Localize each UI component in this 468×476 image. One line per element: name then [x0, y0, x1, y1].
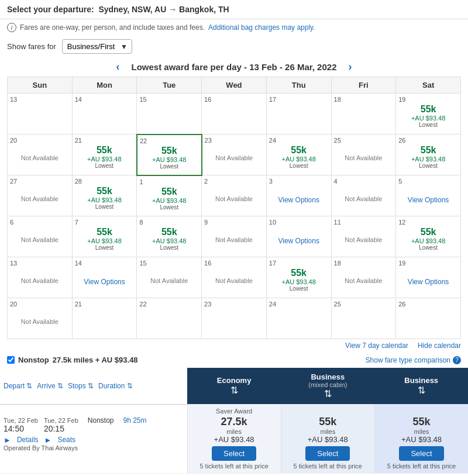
calendar-cell[interactable]: 20Not Available [8, 298, 73, 339]
details-link[interactable]: Details [17, 436, 39, 444]
calendar-cell[interactable]: 12 55k +AU $93.48 Lowest [396, 216, 461, 257]
cell-date-number: 17 [269, 260, 329, 267]
fare-comparison-link[interactable]: Show fare type comparison ? [366, 356, 461, 364]
sort-duration[interactable]: Duration ⇅ [98, 382, 133, 390]
cell-date-number: 26 [398, 301, 458, 308]
calendar-cell[interactable]: 4Not Available [331, 175, 396, 216]
view-options-link[interactable]: View Options [84, 278, 125, 286]
cell-date-number: 3 [269, 178, 329, 185]
business-mixed-select-button[interactable]: Select [305, 446, 350, 461]
cell-not-available: Not Available [10, 318, 70, 325]
cell-date-number: 17 [269, 96, 329, 103]
calendar-cell[interactable]: 22 55k +AU $93.48 Lowest [137, 134, 202, 175]
calendar-cell[interactable]: 15Not Available [137, 257, 202, 298]
sort-stops[interactable]: Stops ⇅ [68, 382, 94, 390]
business-miles-unit: miles [378, 428, 464, 435]
cell-lowest-label: Lowest [398, 163, 458, 169]
calendar-cell[interactable]: 10View Options [266, 216, 331, 257]
calendar-cell[interactable]: 14View Options [72, 257, 137, 298]
cell-miles: 55k [75, 186, 135, 196]
calendar-cell[interactable]: 6Not Available [8, 216, 73, 257]
cell-date-number: 19 [398, 260, 458, 267]
view-options-link[interactable]: View Options [408, 196, 449, 204]
cell-tax: +AU $93.48 [75, 237, 135, 244]
view-options-link[interactable]: View Options [408, 278, 449, 286]
sort-arrive[interactable]: Arrive ⇅ [37, 382, 63, 390]
nonstop-miles: 27.5k miles + AU $93.48 [53, 356, 138, 364]
cell-lowest-label: Lowest [139, 204, 199, 211]
calendar-cell[interactable]: 17 55k +AU $93.48 Lowest [266, 257, 331, 298]
calendar-cell[interactable]: 23Not Available [202, 134, 267, 175]
business-mixed-tickets-left: 5 tickets left at this price [285, 463, 371, 470]
cell-view-options[interactable]: View Options [75, 277, 135, 286]
calendar-cell: 24 [266, 298, 331, 339]
calendar-cell[interactable]: 9Not Available [202, 216, 267, 257]
business-select-button[interactable]: Select [399, 446, 443, 461]
cell-lowest-label: Lowest [75, 203, 135, 210]
cell-date-number: 16 [204, 96, 264, 103]
seats-link[interactable]: Seats [57, 436, 75, 444]
cell-tax: +AU $93.48 [269, 278, 329, 285]
cell-price-block: 55k +AU $93.48 Lowest [139, 187, 199, 211]
cell-date-number: 28 [75, 178, 135, 185]
view-options-link[interactable]: View Options [278, 237, 319, 245]
calendar-cell[interactable]: 24 55k +AU $93.48 Lowest [266, 134, 331, 175]
cell-date-number: 25 [334, 137, 394, 144]
calendar-cell[interactable]: 19 55k +AU $93.48 Lowest [396, 94, 461, 134]
calendar-cell[interactable]: 19View Options [396, 257, 461, 298]
calendar-cell[interactable]: 27Not Available [8, 175, 73, 216]
calendar-cell[interactable]: 26 55k +AU $93.48 Lowest [396, 134, 461, 175]
calendar-cell[interactable]: 8 55k +AU $93.48 Lowest [137, 216, 202, 257]
calendar-cell[interactable]: 2Not Available [202, 175, 267, 216]
cell-view-options[interactable]: View Options [269, 236, 329, 245]
cell-tax: +AU $93.48 [75, 196, 135, 203]
cell-view-options[interactable]: View Options [398, 195, 458, 204]
cell-date-number: 15 [139, 96, 199, 103]
cell-date-number: 21 [75, 137, 134, 144]
business-mixed-sort-icon[interactable]: ⇅ [324, 389, 332, 399]
view-7day-link[interactable]: View 7 day calendar [345, 342, 408, 350]
economy-select-button[interactable]: Select [212, 446, 256, 461]
economy-label: Economy [191, 376, 277, 385]
cell-price-block: 55k +AU $93.48 Lowest [140, 146, 199, 170]
calendar-cell[interactable]: 25Not Available [331, 134, 396, 175]
cell-not-available: Not Available [204, 277, 264, 284]
view-options-link[interactable]: View Options [278, 196, 319, 204]
cell-tax: +AU $93.48 [398, 237, 458, 244]
bag-charges-link[interactable]: Additional bag charges may apply. [208, 23, 315, 32]
calendar-cell[interactable]: 13Not Available [8, 257, 73, 298]
col-business-mixed-header: Business (mixed cabin) ⇅ [281, 368, 374, 404]
business-label: Business [378, 376, 464, 385]
cell-view-options[interactable]: View Options [398, 277, 458, 286]
day-header-tue: Tue [137, 77, 202, 94]
business-tax: +AU $93.48 [378, 435, 464, 444]
calendar-cell: 26 [396, 298, 461, 339]
cell-view-options[interactable]: View Options [269, 195, 329, 204]
calendar-cell[interactable]: 3View Options [266, 175, 331, 216]
cell-miles: 55k [139, 187, 199, 197]
cell-not-available: Not Available [205, 154, 264, 161]
calendar-cell[interactable]: 20Not Available [8, 134, 73, 175]
calendar-cell[interactable]: 11Not Available [331, 216, 396, 257]
sort-depart[interactable]: Depart ⇅ [4, 382, 32, 390]
details-arrow-icon: ► [4, 436, 11, 444]
hide-calendar-link[interactable]: Hide calendar [418, 342, 461, 350]
calendar-cell[interactable]: 18Not Available [331, 257, 396, 298]
calendar-cell[interactable]: 16Not Available [202, 257, 267, 298]
calendar-cell[interactable]: 1 55k +AU $93.48 Lowest [137, 175, 202, 216]
fares-dropdown[interactable]: Business/First Economy All [62, 39, 132, 54]
calendar-cell[interactable]: 21 55k +AU $93.48 Lowest [72, 134, 137, 175]
next-arrow-icon[interactable]: › [348, 61, 352, 73]
prev-arrow-icon[interactable]: ‹ [116, 61, 120, 73]
calendar-cell[interactable]: 7 55k +AU $93.48 Lowest [72, 216, 137, 257]
business-mixed-miles: 55k [285, 416, 371, 428]
calendar-cell[interactable]: 28 55k +AU $93.48 Lowest [72, 175, 137, 216]
cell-price-block: 55k +AU $93.48 Lowest [398, 145, 458, 169]
show-fares-label: Show fares for [7, 42, 56, 51]
calendar-cell: 13 [8, 94, 73, 134]
economy-sort-icon[interactable]: ⇅ [230, 385, 238, 395]
nonstop-checkbox[interactable] [7, 356, 15, 364]
calendar-cell[interactable]: 5View Options [396, 175, 461, 216]
business-sort-icon[interactable]: ⇅ [418, 385, 425, 395]
business-mixed-saver-label [285, 408, 371, 415]
